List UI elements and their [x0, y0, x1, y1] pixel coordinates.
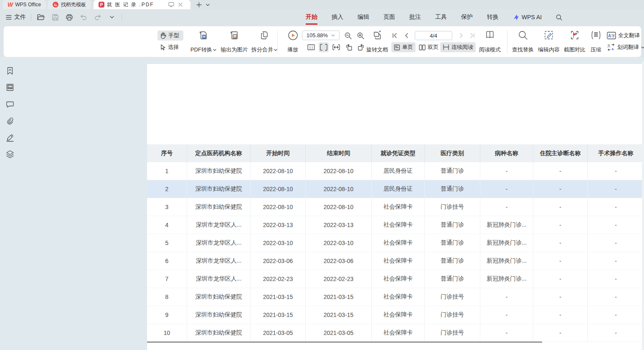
page-number-input[interactable]: 4/4 [415, 31, 452, 40]
double-page-icon [419, 44, 426, 51]
table-cell: 2 [147, 180, 187, 198]
signature-panel-button[interactable] [5, 133, 15, 142]
screenshot-compare-icon [570, 30, 580, 40]
table-row[interactable]: 10深圳市妇幼保健院2021-03-052021-03-05社会保障卡门诊挂号-… [147, 324, 644, 342]
table-cell: - [533, 252, 588, 270]
table-cell: 新冠肺炎门诊... [480, 270, 533, 288]
menu-convert[interactable]: 转换 [487, 13, 499, 21]
table-cell: 9 [147, 306, 187, 324]
table-row[interactable]: 1深圳市妇幼保健院2022-08-102022-08-10居民身份证普通门诊--… [147, 162, 644, 180]
tab-wps-office[interactable]: W WPS Office [3, 0, 46, 9]
split-merge-button[interactable]: 拆分合并 [248, 30, 281, 54]
thumbnail-panel-button[interactable] [5, 83, 15, 92]
read-mode-button[interactable]: 阅读模式 [475, 30, 505, 54]
menu-edit[interactable]: 编辑 [357, 13, 369, 21]
redo-icon[interactable] [93, 13, 102, 22]
first-page-button[interactable] [390, 31, 400, 41]
table-row[interactable]: 6深圳市龙华区人...2022-03-062022-03-06社会保障卡普通门诊… [147, 252, 644, 270]
table-cell: 2022-08-10 [251, 198, 306, 216]
tab-list-chevron-icon[interactable] [206, 4, 210, 6]
table-row[interactable]: 5深圳市龙华区人...2022-03-102022-03-10社会保障卡普通门诊… [147, 234, 644, 252]
table-cell: 普通门诊 [425, 270, 480, 288]
table-cell: - [480, 198, 533, 216]
export-image-label: 输出为图片 [221, 46, 248, 54]
table-cell: 8 [147, 288, 187, 306]
rotate-left-button[interactable] [344, 42, 354, 52]
prev-page-button[interactable] [401, 31, 411, 41]
file-menu-button[interactable]: 文件 [6, 13, 26, 21]
open-file-icon[interactable] [36, 13, 46, 22]
header-cell: 住院主诊断名称 [533, 144, 588, 162]
rotate-document-label: 旋转文档 [366, 46, 388, 54]
menu-tools[interactable]: 工具 [435, 13, 447, 21]
comment-panel-button[interactable] [5, 100, 15, 109]
hand-tool-button[interactable]: 手型 [157, 31, 183, 41]
tab-document-pdf[interactable]: P 就 医 记 录 .PDF [94, 0, 190, 9]
header-cell: 定点医药机构名称 [187, 144, 251, 162]
rotate-right-button[interactable] [356, 42, 366, 52]
menu-insert[interactable]: 插入 [332, 13, 343, 21]
fit-page-button[interactable] [319, 42, 329, 52]
save-icon[interactable] [51, 13, 60, 22]
table-row[interactable]: 7深圳市龙华区人...2022-02-232022-02-23社会保障卡普通门诊… [147, 270, 644, 288]
monitor-icon[interactable] [168, 2, 174, 7]
hamburger-icon [6, 15, 12, 20]
continuous-read-label: 连续阅读 [451, 43, 473, 51]
full-translate-button[interactable]: A 字 全文翻译 [604, 31, 642, 41]
table-cell: 2021-03-15 [251, 306, 306, 324]
zoom-out-button[interactable] [343, 31, 353, 41]
zoom-level-select[interactable]: 105.88% [302, 31, 340, 40]
undo-icon[interactable] [79, 13, 88, 22]
wps-ai-button[interactable]: WPS AI [513, 14, 542, 20]
layers-panel-button[interactable] [5, 149, 15, 158]
attachment-panel-button[interactable] [5, 116, 15, 125]
single-page-button[interactable]: 单页 [391, 42, 416, 52]
new-tab-plus-icon[interactable] [196, 2, 202, 8]
export-image-icon [229, 30, 240, 41]
compress-button[interactable]: 压缩 [587, 30, 605, 54]
tab-docer-templates[interactable]: ಒ 找稻壳模板 [48, 0, 91, 9]
screenshot-compare-button[interactable]: 截图对比 [562, 30, 588, 54]
tab-label: 就 医 记 录 .PDF [107, 1, 154, 8]
table-row[interactable]: 9深圳市妇幼保健院2021-03-152021-03-15社会保障卡门诊挂号--… [147, 306, 644, 324]
export-image-button[interactable]: 输出为图片 [218, 30, 250, 54]
print-icon[interactable] [65, 13, 74, 22]
actual-size-button[interactable]: 1:1 [306, 42, 316, 52]
table-row[interactable]: 3深圳市妇幼保健院2022-08-102022-08-10社会保障卡门诊挂号--… [147, 198, 644, 216]
full-translate-icon: A 字 [607, 32, 616, 39]
table-cell: 5 [147, 234, 187, 252]
continuous-read-button[interactable]: 连续阅读 [440, 42, 476, 52]
play-button[interactable]: 播放 [282, 30, 304, 54]
rotate-document-button[interactable]: 旋转文档 [362, 30, 393, 54]
table-row[interactable]: 8深圳市妇幼保健院2021-03-152021-03-15社会保障卡门诊挂号--… [147, 288, 644, 306]
screenshot-compare-label: 截图对比 [564, 46, 586, 54]
table-cell: 2022-08-10 [306, 162, 372, 180]
select-tool-button[interactable]: 选择 [157, 42, 183, 52]
close-tab-icon[interactable] [178, 3, 183, 7]
table-cell: 2021-03-15 [251, 288, 306, 306]
chevron-down-icon [213, 49, 216, 51]
menu-search-icon[interactable] [556, 14, 562, 20]
table-cell: - [533, 162, 588, 180]
table-row[interactable]: 2深圳市妇幼保健院2022-08-102022-08-10居民身份证普通门诊--… [147, 180, 644, 198]
menu-page[interactable]: 页面 [383, 13, 395, 21]
scrollbar-track[interactable] [642, 61, 644, 350]
bookmark-panel-button[interactable] [5, 66, 15, 75]
find-replace-button[interactable]: 查找替换 [510, 30, 536, 54]
full-translate-label: 全文翻译 [618, 32, 640, 39]
menu-comment[interactable]: 批注 [409, 13, 421, 21]
menu-protect[interactable]: 保护 [461, 13, 473, 21]
menu-home[interactable]: 开始 [306, 13, 317, 21]
more-actions-chevron-icon[interactable] [107, 13, 117, 22]
pdf-convert-button[interactable]: W PDF转换 [187, 30, 220, 54]
fit-width-button[interactable] [331, 42, 341, 52]
edit-content-button[interactable]: 编辑内容 [536, 30, 562, 54]
table-cell: 2022-03-13 [251, 216, 306, 234]
table-row[interactable]: 4深圳市龙华区人...2022-03-132022-03-13社会保障卡普通门诊… [147, 216, 644, 234]
table-cell: 2022-08-10 [306, 180, 372, 198]
next-page-button[interactable] [456, 31, 467, 41]
word-translate-button[interactable]: 文 A 划词翻译 [604, 42, 644, 52]
pdf-doc-icon: P [99, 2, 104, 8]
table-cell: 门诊挂号 [425, 288, 480, 306]
table-cell: 社会保障卡 [372, 198, 425, 216]
